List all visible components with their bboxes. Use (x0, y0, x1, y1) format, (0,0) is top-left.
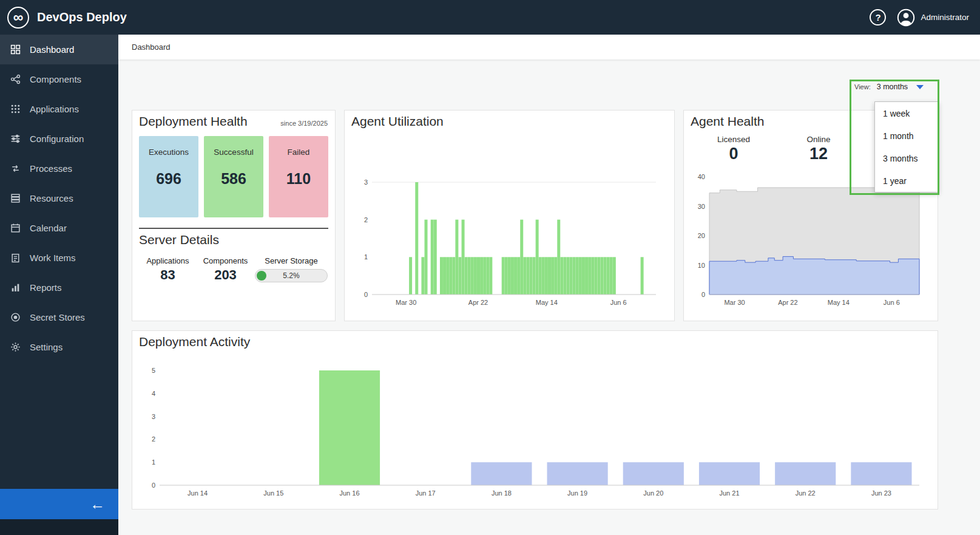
sidebar-item-label: Resources (30, 193, 73, 203)
svg-text:Jun 19: Jun 19 (567, 489, 587, 497)
collapse-arrow-icon: ← (90, 496, 105, 513)
sidebar-item-processes[interactable]: Processes (0, 154, 118, 183)
stat-label: Failed (288, 148, 310, 157)
sidebar-item-label: Settings (30, 342, 63, 352)
main-area: Dashboard View: 3 months 1 week1 month3 … (118, 35, 980, 535)
work-items-icon (10, 253, 21, 263)
metric-label: Applications (139, 256, 197, 265)
user-avatar-icon[interactable] (897, 9, 915, 27)
sidebar-item-label: Applications (30, 104, 79, 114)
sidebar-footer (0, 519, 118, 535)
svg-text:Jun 6: Jun 6 (884, 299, 900, 306)
view-option-1-week[interactable]: 1 week (875, 102, 938, 124)
svg-text:1: 1 (152, 458, 155, 466)
stat-value: 12 (792, 145, 845, 163)
sidebar: DashboardComponentsApplicationsConfigura… (0, 35, 118, 535)
svg-text:Jun 23: Jun 23 (871, 489, 891, 497)
server-details-title: Server Details (139, 233, 219, 247)
stat-value: 110 (286, 170, 311, 188)
app-title: DevOps Deploy (37, 10, 127, 24)
sidebar-item-reports[interactable]: Reports (0, 273, 118, 302)
deployment-activity-chart: 012345Jun 14Jun 15Jun 16Jun 17Jun 18Jun … (132, 331, 938, 509)
help-icon[interactable]: ? (870, 9, 886, 26)
metric-applications: Applications83 (139, 256, 197, 283)
help-glyph: ? (875, 12, 880, 22)
breadcrumb[interactable]: Dashboard (132, 43, 171, 52)
deployment-health-card: Deployment Health since 3/19/2025 Execut… (132, 110, 336, 321)
dashboard-icon (10, 44, 21, 55)
content-area: View: 3 months 1 week1 month3 months1 ye… (118, 60, 980, 535)
svg-text:Jun 20: Jun 20 (643, 489, 663, 497)
svg-text:Jun 22: Jun 22 (796, 489, 816, 497)
svg-text:5: 5 (152, 367, 155, 374)
deployment-activity-title: Deployment Activity (139, 335, 250, 349)
view-option-3-months[interactable]: 3 months (875, 147, 938, 169)
view-option-1-year[interactable]: 1 year (875, 169, 938, 192)
agent-utilization-title: Agent Utilization (351, 114, 444, 129)
sidebar-item-secret-stores[interactable]: Secret Stores (0, 302, 118, 332)
metric-value: 83 (139, 267, 197, 283)
stat-value: 696 (156, 170, 181, 188)
sidebar-item-resources[interactable]: Resources (0, 183, 118, 213)
reports-icon (10, 282, 21, 293)
server-details-metrics: Applications83Components203Server Storag… (139, 256, 328, 283)
resources-icon (10, 193, 21, 203)
deployment-health-title: Deployment Health (139, 114, 248, 129)
sidebar-item-calendar[interactable]: Calendar (0, 213, 118, 243)
svg-text:Apr 22: Apr 22 (778, 299, 797, 306)
stat-box-executions: Executions696 (139, 136, 198, 217)
processes-icon (10, 163, 21, 174)
svg-text:Jun 6: Jun 6 (610, 299, 627, 306)
since-date: since 3/19/2025 (280, 120, 328, 127)
stat-value: 0 (707, 145, 760, 163)
svg-text:Jun 21: Jun 21 (719, 489, 739, 497)
sidebar-item-applications[interactable]: Applications (0, 94, 118, 124)
user-name: Administrator (921, 13, 969, 22)
svg-text:Jun 14: Jun 14 (188, 489, 208, 497)
stat-box-failed: Failed110 (269, 136, 328, 217)
sidebar-item-label: Components (30, 74, 81, 84)
svg-text:20: 20 (698, 232, 705, 239)
svg-text:Apr 22: Apr 22 (468, 299, 488, 306)
app-root: ∞ DevOps Deploy ? Administrator Dashboar… (0, 0, 980, 535)
svg-text:4: 4 (152, 390, 155, 397)
sidebar-item-label: Secret Stores (30, 312, 85, 322)
sidebar-item-work-items[interactable]: Work Items (0, 243, 118, 273)
metric-label: Components (197, 256, 254, 265)
sidebar-item-settings[interactable]: Settings (0, 332, 118, 362)
stat-value: 586 (221, 170, 246, 188)
svg-text:May 14: May 14 (536, 299, 558, 306)
calendar-icon (10, 223, 21, 233)
svg-text:May 14: May 14 (828, 299, 850, 306)
storage-value: 5.2% (283, 271, 299, 280)
agent-utilization-card: Agent Utilization 0123Mar 30Apr 22May 14… (344, 110, 675, 321)
svg-text:30: 30 (698, 203, 705, 210)
svg-text:0: 0 (701, 291, 705, 298)
svg-text:1: 1 (364, 253, 368, 261)
sidebar-item-dashboard[interactable]: Dashboard (0, 35, 118, 64)
agent-stat-online: Online12 (792, 135, 845, 163)
svg-text:Jun 15: Jun 15 (263, 489, 283, 497)
sidebar-item-label: Work Items (30, 253, 76, 263)
sidebar-item-configuration[interactable]: Configuration (0, 124, 118, 154)
devops-logo-icon: ∞ (7, 7, 29, 29)
components-icon (10, 74, 21, 84)
svg-text:2: 2 (152, 435, 155, 443)
svg-text:Mar 30: Mar 30 (396, 299, 416, 306)
sidebar-collapse-button[interactable]: ← (0, 489, 118, 519)
sidebar-item-label: Configuration (30, 134, 84, 144)
agent-utilization-chart: 0123Mar 30Apr 22May 14Jun 6 (345, 111, 674, 321)
deployment-activity-card: Deployment Activity 012345Jun 14Jun 15Ju… (132, 330, 938, 509)
stat-label: Executions (149, 148, 189, 157)
sidebar-item-components[interactable]: Components (0, 64, 118, 94)
stat-label: Successful (214, 148, 253, 157)
view-option-1-month[interactable]: 1 month (875, 124, 938, 147)
divider (139, 228, 328, 229)
storage-fill-indicator (257, 271, 266, 281)
sidebar-item-label: Processes (30, 163, 72, 174)
applications-icon (10, 104, 21, 114)
infinity-glyph: ∞ (13, 9, 23, 26)
stat-box-successful: Successful586 (204, 136, 263, 217)
svg-text:0: 0 (364, 291, 368, 298)
view-selector[interactable]: View: 3 months (854, 83, 924, 91)
